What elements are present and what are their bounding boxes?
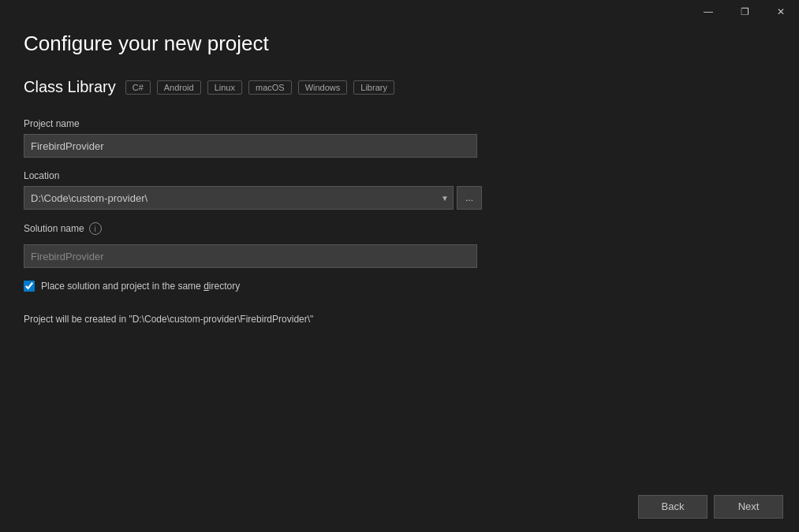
location-group: Location ▼ ...	[24, 170, 775, 210]
main-content: Configure your new project Class Library…	[0, 0, 799, 532]
tag-macos: macOS	[248, 80, 292, 95]
tag-android: Android	[157, 80, 201, 95]
same-directory-label[interactable]: Place solution and project in the same d…	[41, 281, 240, 292]
solution-name-label: Solution name	[24, 223, 84, 234]
tag-linux: Linux	[207, 80, 242, 95]
location-input[interactable]	[24, 186, 454, 210]
solution-name-row: Solution name i	[24, 222, 775, 235]
project-path-info: Project will be created in "D:\Code\cust…	[24, 314, 775, 325]
form-section: Project name Location ▼ ... Solution nam…	[24, 118, 775, 516]
page-title: Configure your new project	[24, 32, 775, 56]
project-type-header: Class Library C# Android Linux macOS Win…	[24, 78, 775, 96]
project-type-name: Class Library	[24, 78, 116, 96]
checkbox-label-underline: d	[203, 281, 209, 292]
back-button-label: Back	[662, 500, 685, 512]
solution-name-group: Solution name i	[24, 222, 775, 268]
bottom-bar: Back Next	[0, 481, 799, 532]
location-input-wrapper: ▼	[24, 186, 454, 210]
project-name-group: Project name	[24, 118, 775, 158]
info-icon: i	[89, 222, 102, 235]
browse-button[interactable]: ...	[457, 186, 482, 210]
project-name-label: Project name	[24, 118, 775, 129]
checkbox-row: Place solution and project in the same d…	[24, 281, 775, 292]
next-button-label: Next	[738, 500, 760, 512]
tag-csharp: C#	[125, 80, 151, 95]
tag-windows: Windows	[298, 80, 348, 95]
location-row: ▼ ...	[24, 186, 775, 210]
next-button[interactable]: Next	[714, 495, 783, 519]
tag-library: Library	[353, 80, 394, 95]
location-label: Location	[24, 170, 775, 181]
same-directory-checkbox[interactable]	[24, 281, 35, 292]
solution-name-input[interactable]	[24, 244, 477, 268]
project-name-input[interactable]	[24, 134, 477, 158]
back-button[interactable]: Back	[638, 495, 708, 519]
